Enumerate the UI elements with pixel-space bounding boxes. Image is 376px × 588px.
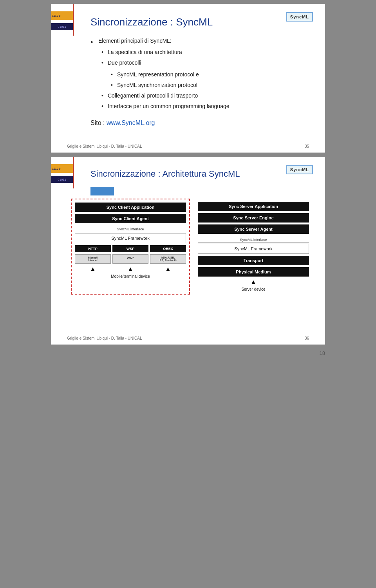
server-physical-block: Physical Medium [198, 267, 309, 277]
footer-left-2: Griglie e Sistemi Ubiqui - D. Talia - UN… [67, 336, 142, 340]
bullet-sub-1-2: Due protocolli SyncML representation pro… [98, 58, 309, 90]
slide-1: 1010 0 01011 Sincronizzazione : SyncML S… [51, 4, 325, 153]
slide-2-footer: Griglie e Sistemi Ubiqui - D. Talia - UN… [67, 336, 309, 340]
server-engine-block: Sync Server Engine [198, 213, 309, 223]
arch-diagram: Sync Client Application Sync Client Agen… [71, 199, 309, 295]
binary-text-1: 1010 0 [51, 14, 60, 17]
bullet-sub-sub-2: SyncML synchronization protocol [108, 80, 309, 90]
server-interface-label: SyncML interface [198, 238, 309, 243]
client-arrows: ▲ ▲ ▲ [75, 266, 186, 273]
binary-text-3: 1010 0 [51, 167, 60, 170]
server-interface-section: SyncML interface SyncML Framework [198, 238, 309, 254]
server-agent-block: Sync Server Agent [198, 224, 309, 234]
client-http: HTTP [75, 245, 111, 252]
sito-link: www.SyncML.org [107, 119, 155, 126]
server-framework-block: SyncML Framework [198, 244, 309, 254]
client-wap: WAP [112, 254, 148, 264]
bar-orange-1: 1010 0 [51, 11, 73, 20]
server-col: Sync Server Application Sync Server Engi… [198, 199, 309, 295]
red-accent-line-1 [73, 4, 74, 36]
page-num-main: 18 [320, 350, 325, 356]
page-indicator: 18 [51, 350, 325, 356]
binary-text-4: 01011 [58, 178, 67, 181]
slide-1-content: Elementi principali di SyncML: La specif… [90, 36, 309, 129]
client-interface-section: SyncML interface SyncML Framework [75, 227, 186, 243]
client-irda: IrDA, USB,RS, Bluetooth [150, 254, 186, 264]
arrow-3: ▲ [150, 266, 186, 273]
client-obex: OBEX [150, 245, 186, 252]
syncml-logo-1: SyncML [286, 12, 313, 22]
client-internet: Internet/Intranet [75, 254, 111, 264]
client-transport-row: HTTP WSP OBEX [75, 245, 186, 252]
arrow-1: ▲ [75, 266, 111, 273]
red-accent-line-2 [73, 157, 74, 188]
client-col: Sync Client Application Sync Client Agen… [71, 199, 190, 295]
syncml-logo-2: SyncML [286, 165, 313, 174]
bar-dark-2: 01011 [51, 176, 73, 183]
page-number-1: 35 [305, 144, 309, 148]
bar-dark-1: 01011 [51, 23, 73, 30]
slide-1-footer: Griglie e Sistemi Ubiqui - D. Talia - UN… [67, 144, 309, 148]
client-framework-block: SyncML Framework [75, 233, 186, 243]
footer-left-1: Griglie e Sistemi Ubiqui - D. Talia - UN… [67, 144, 142, 148]
bullet-sub-1-4: Interfacce per un common programming lan… [98, 101, 309, 111]
bullet-sub-1-3: Collegamenti ai protocolli di trasporto [98, 91, 309, 101]
client-agent-block: Sync Client Agent [75, 214, 186, 223]
sub-sub-bullets: SyncML representation protocol e SyncML … [108, 70, 309, 90]
bar-orange-2: 1010 0 [51, 164, 73, 173]
sito-line: Sito : www.SyncML.org [90, 118, 309, 129]
arrow-2: ▲ [112, 266, 148, 273]
slide-2-title: Sincronizzazione : Architettura SyncML [90, 169, 309, 179]
sito-label: Sito : [90, 119, 107, 126]
client-label: Mobile/terminal device [75, 274, 186, 279]
page-number-2: 36 [305, 336, 309, 340]
blue-rect [90, 187, 114, 195]
bullet-sub-sub-1: SyncML representation protocol e [108, 70, 309, 80]
server-arrow: ▲ [198, 279, 309, 286]
slide-1-title: Sincronizzazione : SyncML [90, 16, 309, 28]
server-transport-block: Transport [198, 256, 309, 265]
main-bullets: Elementi principali di SyncML: La specif… [90, 36, 309, 111]
slide-2: 1010 0 01011 Sincronizzazione : Architet… [51, 157, 325, 345]
client-wsp: WSP [112, 245, 148, 252]
client-app-block: Sync Client Application [75, 203, 186, 212]
bullet-sub-1-1: La specifica di una architettura [98, 47, 309, 57]
sub-bullets-1: La specifica di una architettura Due pro… [98, 47, 309, 111]
client-interface-label: SyncML interface [75, 227, 186, 232]
server-label: Server device [198, 287, 309, 291]
bullet-main-1: Elementi principali di SyncML: La specif… [90, 36, 309, 111]
server-app-block: Sync Server Application [198, 202, 309, 211]
binary-text-2: 01011 [58, 25, 67, 28]
client-bottom-row: Internet/Intranet WAP IrDA, USB,RS, Blue… [75, 254, 186, 264]
arch-cols: Sync Client Application Sync Client Agen… [71, 199, 309, 295]
